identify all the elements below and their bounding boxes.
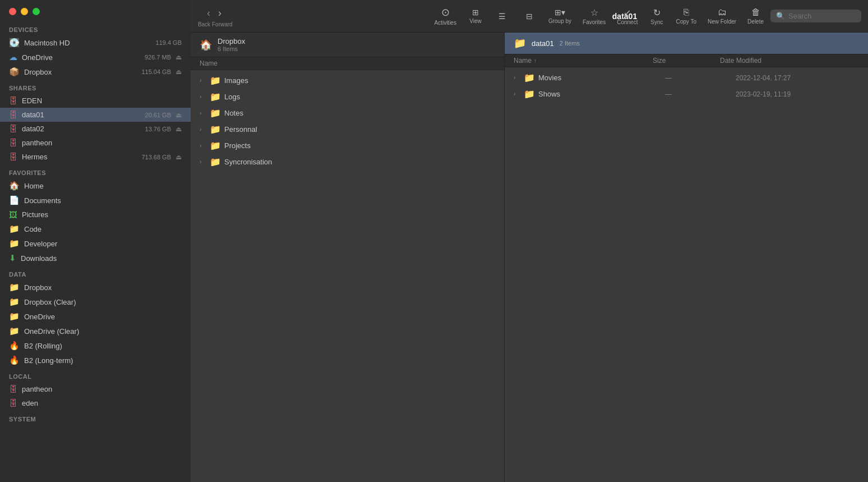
new-folder-button[interactable]: 🗂 New Folder: [703, 5, 741, 27]
location-bar: 🏠 Dropbox 6 Items: [191, 33, 504, 57]
right-pane-header: 📁 data01 2 Items: [505, 33, 868, 54]
toolbar-nav-group: ‹ › Back Forward: [197, 5, 231, 27]
eject-icon[interactable]: ⏏: [176, 68, 182, 76]
sidebar-item-pantheon-share[interactable]: 🗄 pantheon: [0, 136, 191, 150]
sidebar-item-documents[interactable]: 📄 Documents: [0, 193, 191, 208]
list-item[interactable]: › 📁 Projects: [191, 137, 504, 154]
sidebar-item-home[interactable]: 🏠 Home: [0, 178, 191, 193]
back-label: Back: [197, 21, 211, 27]
sidebar-item-onedrive-data[interactable]: 📁 OneDrive: [0, 309, 191, 324]
sidebar-item-dropbox-data[interactable]: 📁 Dropbox: [0, 280, 191, 295]
activities-icon: ⊙: [441, 6, 450, 19]
downloads-icon: ⬇: [9, 253, 16, 263]
connect-button[interactable]: ↙ Connect: [612, 5, 642, 27]
column-view-button[interactable]: ⊟: [517, 10, 542, 23]
sidebar-item-macintosh-hd[interactable]: 💽 Macintosh HD 119.4 GB: [0, 35, 191, 50]
group-by-button[interactable]: ⊞▾ Group by: [544, 6, 576, 26]
expand-arrow-icon: ›: [200, 110, 206, 116]
sidebar-item-pictures[interactable]: 🖼 Pictures: [0, 208, 191, 222]
list-item[interactable]: › 📁 Notes: [191, 105, 504, 121]
list-item[interactable]: › 📁 Syncronisation: [191, 154, 504, 170]
back-button[interactable]: ‹: [204, 5, 214, 21]
folder-icon: 📁: [9, 224, 20, 234]
sidebar-item-dropbox-device[interactable]: 📦 Dropbox 115.04 GB ⏏: [0, 65, 191, 79]
star-icon: ☆: [590, 7, 598, 18]
sidebar-item-b2-rolling[interactable]: 🔥 B2 (Rolling): [0, 338, 191, 353]
view-button[interactable]: ⊞ View: [463, 6, 488, 26]
sidebar-item-onedrive-device[interactable]: ☁ OneDrive 926.7 MB ⏏: [0, 50, 191, 65]
sidebar-item-code[interactable]: 📁 Code: [0, 222, 191, 236]
right-pane: 📁 data01 2 Items Name ↑ Size Date Modifi…: [505, 33, 868, 482]
expand-arrow-icon: ›: [200, 77, 206, 84]
list-view-button[interactable]: ☰: [490, 10, 515, 23]
list-item[interactable]: › 📁 Movies — 2022-12-04, 17:27: [505, 70, 868, 86]
sync-button[interactable]: ↻ Sync: [644, 5, 669, 27]
sidebar-item-onedrive-clear[interactable]: 📁 OneDrive (Clear): [0, 324, 191, 338]
sidebar-item-data02[interactable]: 🗄 data02 13.76 GB ⏏: [0, 122, 191, 136]
main-area: ‹ › Back Forward data01 ⊙ Activities ⊞ V…: [191, 0, 868, 482]
pictures-icon: 🖼: [9, 210, 17, 219]
copyto-icon: ⎘: [684, 7, 689, 17]
close-button[interactable]: [9, 8, 16, 15]
sidebar-item-data01[interactable]: 🗄 data01 20.61 GB ⏏: [0, 108, 191, 122]
location-title: Dropbox: [218, 37, 245, 45]
left-file-list[interactable]: › 📁 Images › 📁 Logs › 📁 Notes › 📁: [191, 70, 504, 482]
eject-icon[interactable]: ⏏: [176, 153, 182, 161]
sort-arrow-icon: ↑: [534, 58, 537, 64]
fire-icon: 🔥: [9, 355, 20, 365]
right-file-list[interactable]: › 📁 Movies — 2022-12-04, 17:27 › 📁 Shows…: [505, 67, 868, 482]
folder-icon: 📁: [514, 37, 526, 49]
sidebar-section-system: System: [0, 410, 191, 425]
list-item[interactable]: › 📁 Images: [191, 72, 504, 89]
folder-icon: 📁: [9, 297, 20, 307]
forward-label: Forward: [212, 21, 231, 27]
cloud-icon: ☁: [9, 52, 17, 62]
sidebar-item-eden[interactable]: 🗄 EDEN: [0, 94, 191, 108]
forward-button[interactable]: ›: [215, 5, 225, 21]
copy-to-button[interactable]: ⎘ Copy To: [671, 5, 701, 27]
traffic-lights: [0, 0, 191, 21]
list-item[interactable]: › 📁 Logs: [191, 89, 504, 105]
file-date: 2022-12-04, 17:27: [736, 74, 859, 82]
activities-button[interactable]: ⊙ Activities: [430, 4, 460, 28]
dropbox-icon: 📦: [9, 67, 20, 77]
server-icon: 🗄: [9, 384, 17, 394]
minimize-button[interactable]: [21, 8, 28, 15]
expand-arrow-icon: ›: [200, 126, 206, 132]
folder-icon: 📁: [9, 238, 20, 249]
sidebar-item-eden-local[interactable]: 🗄 eden: [0, 396, 191, 410]
eject-icon[interactable]: ⏏: [176, 111, 182, 119]
sidebar-item-developer[interactable]: 📁 Developer: [0, 236, 191, 251]
favorites-button[interactable]: ☆ Favorites: [578, 5, 610, 27]
search-input[interactable]: [788, 12, 856, 20]
expand-arrow-icon: ›: [514, 75, 520, 81]
maximize-button[interactable]: [33, 8, 40, 15]
search-icon: 🔍: [776, 12, 785, 20]
documents-icon: 📄: [9, 195, 20, 205]
sidebar-item-hermes[interactable]: 🗄 Hermes 713.68 GB ⏏: [0, 150, 191, 164]
right-folder-count: 2 Items: [560, 40, 580, 47]
view-icon: ⊞: [472, 8, 479, 17]
file-name: Shows: [538, 90, 662, 98]
eject-icon[interactable]: ⏏: [176, 125, 182, 133]
eject-icon[interactable]: ⏏: [176, 53, 182, 61]
search-box[interactable]: 🔍: [770, 10, 861, 22]
list-item[interactable]: › 📁 Shows — 2023-02-19, 11:19: [505, 86, 868, 102]
sidebar-section-data: Data: [0, 265, 191, 280]
right-folder-name: data01: [532, 39, 554, 48]
sidebar-item-dropbox-clear[interactable]: 📁 Dropbox (Clear): [0, 295, 191, 309]
folder-icon: 📁: [9, 326, 20, 336]
size-col-header: Size: [653, 57, 666, 65]
left-pane: 🏠 Dropbox 6 Items Name › 📁 Images ›: [191, 33, 505, 482]
folder-icon: 📁: [9, 311, 20, 322]
sidebar-item-pantheon-local[interactable]: 🗄 pantheon: [0, 382, 191, 396]
sidebar-section-favorites: Favorites: [0, 164, 191, 178]
delete-button[interactable]: 🗑 Delete: [743, 5, 768, 27]
sidebar-section-shares: Shares: [0, 79, 191, 94]
sidebar-item-b2-longterm[interactable]: 🔥 B2 (Long-term): [0, 353, 191, 368]
list-item[interactable]: › 📁 Personnal: [191, 121, 504, 137]
sidebar-item-downloads[interactable]: ⬇ Downloads: [0, 251, 191, 265]
server-icon: 🗄: [9, 110, 17, 120]
toolbar: ‹ › Back Forward data01 ⊙ Activities ⊞ V…: [191, 0, 868, 33]
location-subtitle: 6 Items: [218, 45, 245, 52]
